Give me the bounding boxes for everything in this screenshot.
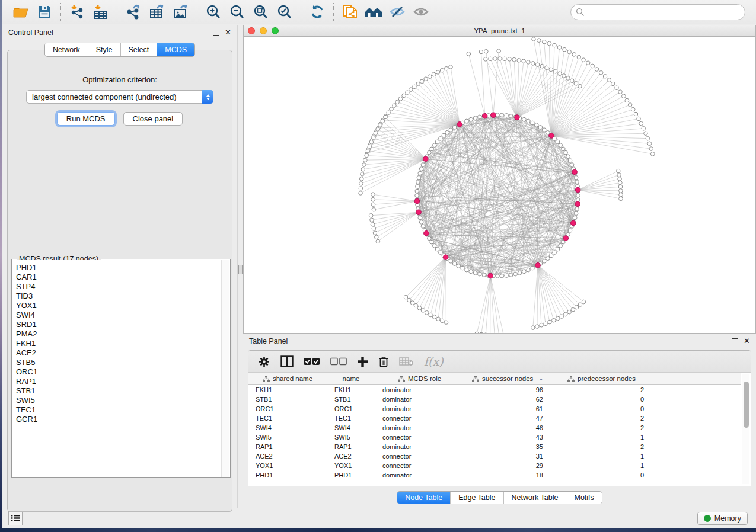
delete-table-button[interactable] (399, 357, 414, 366)
function-builder-button[interactable]: f(x) (424, 355, 444, 368)
run-mcds-button[interactable]: Run MCDS (57, 112, 115, 126)
tab-node-table[interactable]: Node Table (397, 492, 451, 504)
export-image-icon (173, 4, 189, 20)
zoom-out-icon (229, 4, 245, 20)
tab-motifs[interactable]: Motifs (566, 492, 601, 504)
zoom-selected-icon (277, 4, 292, 20)
table-row[interactable]: SWI4SWI4dominator462 (248, 423, 741, 432)
refresh-button[interactable] (307, 2, 327, 21)
table-row[interactable]: SWI5SWI5connector431 (248, 432, 741, 442)
table-scrollbar-thumb[interactable] (744, 382, 749, 428)
mcds-node[interactable]: TEC1 (16, 405, 221, 415)
mcds-node[interactable]: SRD1 (16, 320, 221, 329)
zoom-out-button[interactable] (227, 2, 247, 21)
folder-icon (13, 5, 28, 18)
select-all-button[interactable] (304, 357, 320, 366)
duplicate-network-button[interactable] (340, 2, 360, 21)
mcds-node[interactable]: SWI5 (16, 396, 221, 405)
column-header-successor-nodes[interactable]: successor nodes ⌄ (464, 373, 551, 384)
zoom-fit-button[interactable] (251, 2, 271, 21)
column-header-shared-name[interactable]: shared name (248, 373, 327, 384)
mcds-node[interactable]: PHD1 (16, 263, 221, 273)
optimization-criterion-value: largest connected component (undirected) (27, 92, 202, 101)
splitter-grab-handle[interactable] (238, 265, 243, 274)
table-row[interactable]: STB1STB1dominator620 (248, 395, 741, 404)
table-settings-button[interactable] (258, 355, 270, 368)
mcds-node[interactable]: STP4 (16, 282, 221, 291)
tab-style[interactable]: Style (88, 43, 121, 56)
table-row[interactable]: YOX1YOX1connector291 (248, 461, 741, 470)
mcds-node[interactable]: PMA2 (16, 329, 221, 339)
mcds-node[interactable]: GCR1 (16, 415, 221, 424)
zoom-selected-button[interactable] (275, 2, 295, 21)
export-table-button[interactable] (147, 2, 167, 21)
close-table-panel-icon[interactable]: ✕ (744, 338, 750, 344)
table-panel: Table Panel ✕ f(x) shared name name (243, 334, 756, 508)
desktop-wallpaper-bottom (0, 528, 756, 532)
tab-network[interactable]: Network (45, 43, 88, 56)
tab-network-table[interactable]: Network Table (504, 492, 567, 504)
memory-label: Memory (714, 514, 741, 523)
import-table-button[interactable] (91, 2, 111, 21)
mcds-node[interactable]: TID3 (16, 291, 221, 301)
hide-selected-button[interactable] (387, 2, 407, 21)
memory-button[interactable]: Memory (697, 512, 748, 525)
float-panel-icon[interactable] (213, 30, 219, 36)
select-stepper-icon (202, 90, 213, 104)
delete-column-button[interactable] (378, 355, 389, 368)
tab-edge-table[interactable]: Edge Table (451, 492, 503, 504)
close-panel-icon[interactable]: ✕ (225, 30, 231, 36)
export-table-icon (149, 4, 165, 20)
save-session-button[interactable] (34, 2, 55, 21)
column-header-name[interactable]: name (327, 373, 375, 384)
add-column-button[interactable] (357, 356, 368, 367)
table-row[interactable]: PHD1PHD1dominator180 (248, 470, 741, 480)
table-row[interactable]: RAP1RAP1dominator352 (248, 442, 741, 451)
table-scrollbar[interactable] (742, 374, 749, 484)
task-history-button[interactable] (8, 511, 23, 525)
table-row[interactable]: ACE2ACE2connector311 (248, 451, 741, 461)
mcds-node[interactable]: CAR1 (16, 273, 221, 282)
column-header-filler (652, 373, 741, 384)
import-network-button[interactable] (67, 2, 87, 21)
tab-select[interactable]: Select (121, 43, 158, 56)
export-network-button[interactable] (123, 2, 143, 21)
zoom-fit-icon (253, 4, 269, 20)
deselect-all-button[interactable] (330, 357, 347, 366)
mcds-result-list[interactable]: PHD1 CAR1 STP4 TID3 YOX1 SWI4 SRD1 PMA2 … (12, 260, 221, 477)
mcds-node[interactable]: ACE2 (16, 348, 221, 358)
open-session-button[interactable] (11, 2, 31, 21)
table-row[interactable]: ORC1ORC1dominator610 (248, 404, 741, 414)
mcds-node[interactable]: SWI4 (16, 310, 221, 320)
node-table: shared name name MCDS role successor nod… (248, 373, 741, 486)
optimization-criterion-select[interactable]: largest connected component (undirected) (26, 90, 213, 104)
first-neighbors-button[interactable] (363, 2, 384, 21)
mcds-node[interactable]: STB5 (16, 358, 221, 367)
zoom-in-button[interactable] (203, 2, 224, 21)
tab-mcds[interactable]: MCDS (157, 43, 194, 56)
mcds-list-scrollbar[interactable] (221, 260, 229, 477)
export-image-button[interactable] (171, 2, 191, 21)
toolbar-separator (60, 3, 61, 21)
close-panel-button[interactable]: Close panel (123, 112, 183, 126)
mcds-node[interactable]: ORC1 (16, 367, 221, 377)
search-input[interactable] (570, 4, 745, 20)
network-graph-canvas[interactable] (244, 37, 755, 333)
float-table-panel-icon[interactable] (732, 338, 738, 344)
network-window-titlebar[interactable]: YPA_prune.txt_1 (244, 25, 755, 37)
mcds-node[interactable]: RAP1 (16, 377, 221, 386)
show-eye-icon (413, 5, 429, 19)
mcds-node[interactable]: FKH1 (16, 339, 221, 348)
table-row[interactable]: FKH1FKH1dominator962 (248, 385, 741, 395)
sort-descending-icon: ⌄ (538, 376, 543, 382)
table-row[interactable]: TEC1TEC1connector472 (248, 414, 741, 423)
split-panel-button[interactable] (280, 355, 294, 367)
save-icon (37, 5, 52, 19)
mcds-node[interactable]: STB1 (16, 386, 221, 396)
column-header-mcds-role[interactable]: MCDS role (375, 373, 464, 384)
column-header-predecessor-nodes[interactable]: predecessor nodes (551, 373, 652, 384)
show-all-button[interactable] (411, 2, 431, 21)
mcds-node[interactable]: YOX1 (16, 301, 221, 310)
refresh-icon (310, 4, 325, 20)
vertical-splitter[interactable] (237, 25, 243, 508)
